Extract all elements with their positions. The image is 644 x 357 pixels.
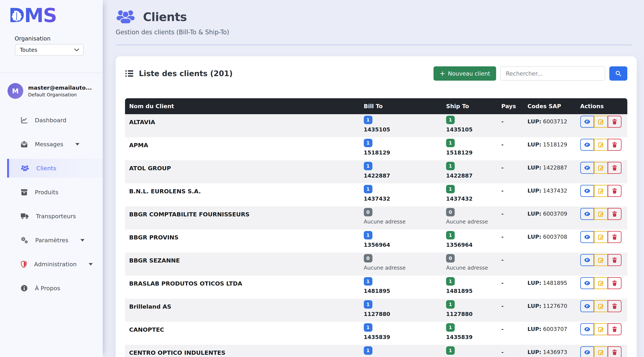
table-row: Brilleland AS 1 1127880 1 1127880 - [125,299,627,322]
view-button[interactable] [580,323,594,335]
pen-square-icon [598,211,604,217]
sidebar-item-produits[interactable]: Produits [7,183,103,202]
sap-codes: LUP: 6003709 [528,211,572,217]
delete-button[interactable] [608,254,622,266]
client-name: BRASLAB PRODUTOS OTICOS LTDA [129,280,242,287]
sidebar-item-label: Messages [35,141,63,148]
panel-controls: + Nouveau client [434,66,627,81]
edit-button[interactable] [594,185,608,197]
country-value: - [501,326,504,332]
pen-square-icon [598,165,604,171]
sidebar-item-messages[interactable]: Messages [7,135,103,154]
sap-codes: LUP: 1422887 [528,164,572,171]
box-icon [20,189,28,196]
country-value: - [501,118,504,125]
chevron-down-icon [74,48,79,51]
edit-button[interactable] [594,231,608,243]
trash-icon [612,165,618,171]
pen-square-icon [598,257,604,263]
panel-title: Liste des clients (201) [125,68,232,79]
bill-to-count-badge: 1 [364,300,372,309]
view-button[interactable] [580,277,594,289]
sap-code-label: LUP: [528,280,541,286]
delete-button[interactable] [608,208,622,220]
caret-down-icon [80,239,84,241]
search-button[interactable] [609,66,627,81]
bill-to-count-badge: 1 [364,139,372,147]
edit-button[interactable] [594,116,608,128]
bill-to-value: 1518129 [364,149,438,156]
bill-to-value: 1435105 [364,126,438,133]
sidebar-item-clients[interactable]: Clients [7,159,103,178]
view-button[interactable] [580,185,594,197]
sidebar-item-parametres[interactable]: Paramètres [7,231,103,250]
delete-button[interactable] [608,139,622,151]
delete-button[interactable] [608,277,622,289]
organisation-select[interactable]: Toutes [15,44,84,56]
bill-to-value: 1356964 [364,242,438,248]
edit-button[interactable] [594,162,608,174]
sap-codes: LUP: 1437432 [528,187,572,194]
sidebar-item-a-propos[interactable]: À Propos [7,279,103,297]
view-button[interactable] [580,346,594,357]
sidebar-item-administration[interactable]: Administration [7,255,103,273]
sap-code-value: 1518129 [543,141,567,148]
envelope-open-icon [20,141,28,148]
ship-to-count-badge: 1 [446,277,455,285]
sap-code-value: 1436973 [543,349,567,355]
sap-code-value: 6003708 [543,234,567,240]
new-client-button[interactable]: + Nouveau client [434,66,496,81]
view-button[interactable] [580,231,594,243]
client-name: BBGR PROVINS [129,234,178,241]
pen-square-icon [598,119,604,125]
edit-button[interactable] [594,139,608,151]
chart-line-icon [20,117,28,124]
view-button[interactable] [580,139,594,151]
sidebar-item-dashboard[interactable]: Dashboard [7,111,103,130]
view-button[interactable] [580,254,594,266]
delete-button[interactable] [608,162,622,174]
view-button[interactable] [580,116,594,128]
edit-button[interactable] [594,254,608,266]
sap-code-label: LUP: [528,118,541,125]
search-input[interactable] [500,66,605,81]
view-button[interactable] [580,162,594,174]
table-header-row: Nom du Client Bill To Ship To Pays Codes… [125,98,627,114]
sidebar-item-transporteurs[interactable]: Transporteurs [7,207,103,226]
delete-button[interactable] [608,185,622,197]
page-header: Clients [116,9,637,24]
sap-codes: LUP: 1127670 [528,303,572,309]
col-ship-to: Ship To [442,98,497,114]
delete-button[interactable] [608,346,622,357]
eye-icon [584,119,590,125]
header-divider [116,45,632,45]
client-name: CANOPTEC [129,326,164,333]
page-subtitle: Gestion des clients (Bill-To & Ship-To) [116,29,637,36]
delete-button[interactable] [608,323,622,335]
sap-code-value: 6003709 [543,211,567,217]
delete-button[interactable] [608,231,622,243]
app-logo: DMS [0,0,68,30]
view-button[interactable] [580,300,594,312]
edit-button[interactable] [594,300,608,312]
edit-button[interactable] [594,208,608,220]
eye-icon [584,211,590,217]
country-value: - [501,349,504,355]
ship-to-count-badge: 1 [446,231,455,239]
edit-button[interactable] [594,323,608,335]
edit-button[interactable] [594,277,608,289]
edit-button[interactable] [594,346,608,357]
row-actions [580,162,622,174]
eye-icon [584,234,590,240]
main-content: Clients Gestion des clients (Bill-To & S… [103,0,644,357]
trash-icon [612,188,618,194]
row-actions [580,277,622,289]
caret-down-icon [75,143,80,146]
client-name: B.N.L. EUROLENS S.A. [129,188,201,195]
delete-button[interactable] [608,300,622,312]
eye-icon [584,165,590,171]
country-value: - [501,164,504,171]
view-button[interactable] [580,208,594,220]
delete-button[interactable] [608,116,622,128]
app-screen: DMS Organisation Toutes M master@emailau… [0,0,644,357]
